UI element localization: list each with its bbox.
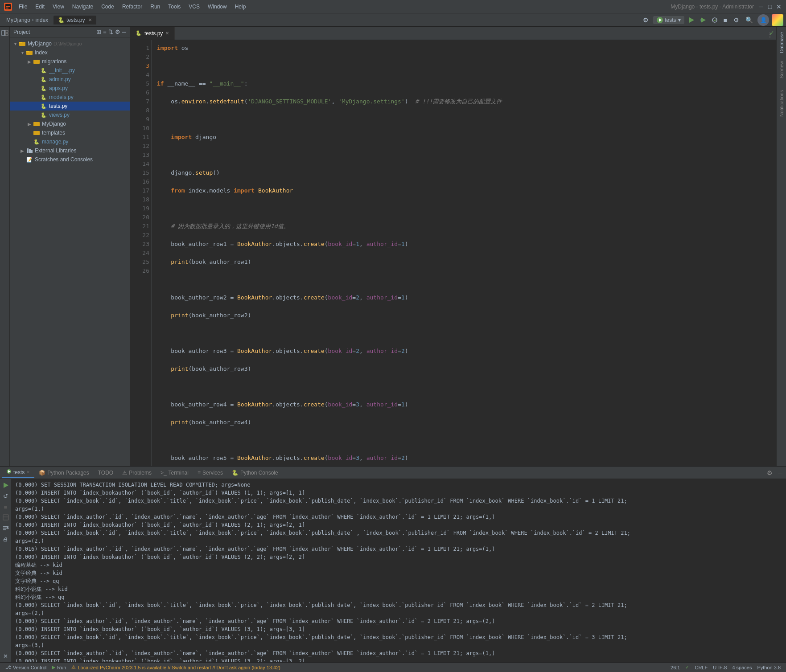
search-everywhere-icon[interactable]: 🔍 bbox=[744, 16, 755, 25]
git-status-icon[interactable]: ✓ bbox=[683, 664, 691, 670]
tree-item-manage[interactable]: 🐍 manage.py bbox=[10, 137, 130, 146]
stop-button[interactable]: ■ bbox=[722, 16, 729, 25]
menu-help[interactable]: Help bbox=[231, 2, 250, 11]
services-tab[interactable]: ≡ Services bbox=[193, 468, 227, 477]
run-green-button[interactable] bbox=[687, 16, 696, 25]
run-configuration[interactable]: tests ▾ bbox=[653, 16, 684, 24]
menu-code[interactable]: Code bbox=[98, 2, 118, 11]
run-status[interactable]: ▶ Run bbox=[50, 664, 68, 670]
line-col-status[interactable]: 26:1 bbox=[669, 665, 682, 670]
menu-navigate[interactable]: Navigate bbox=[69, 2, 97, 11]
hide-panel-icon[interactable]: ─ bbox=[122, 29, 126, 35]
run-tab[interactable]: tests ✕ bbox=[2, 467, 34, 478]
run-config-icon[interactable]: ⚙ bbox=[641, 16, 650, 25]
tree-item-scratches[interactable]: 📝 Scratches and Consoles bbox=[10, 155, 130, 164]
output-line-22: (0.000) SELECT `index_author`.`id`, `ind… bbox=[15, 649, 782, 657]
menu-window[interactable]: Window bbox=[204, 2, 230, 11]
python-console-icon: 🐍 bbox=[232, 470, 239, 476]
line-num-22: 22 bbox=[132, 231, 149, 240]
menu-file[interactable]: File bbox=[15, 2, 31, 11]
tree-item-views[interactable]: 🐍 views.py bbox=[10, 111, 130, 119]
tree-item-admin[interactable]: 🐍 admin.py bbox=[10, 75, 130, 84]
svg-rect-16 bbox=[33, 122, 40, 126]
minimize-button[interactable]: ─ bbox=[757, 3, 765, 10]
layout-icon[interactable]: ⊞ bbox=[96, 29, 101, 35]
maximize-button[interactable]: □ bbox=[766, 3, 774, 10]
settings-toolbar-icon[interactable]: ⚙ bbox=[732, 16, 741, 25]
todo-tab[interactable]: TODO bbox=[94, 468, 118, 477]
tree-item-apps[interactable]: 🐍 apps.py bbox=[10, 84, 130, 93]
python-console-tab[interactable]: 🐍 Python Console bbox=[227, 468, 283, 477]
settings-gear-icon[interactable]: ⚙ bbox=[115, 29, 120, 35]
line-num-11: 11 bbox=[132, 133, 149, 142]
todo-label: TODO bbox=[98, 470, 113, 476]
project-panel-toggle[interactable] bbox=[0, 29, 9, 37]
collapse-all-icon[interactable]: ≡ bbox=[103, 29, 107, 35]
tree-item-models[interactable]: 🐍 models.py bbox=[10, 93, 130, 102]
run-tab-close-icon[interactable]: ✕ bbox=[26, 470, 30, 475]
rerun-button[interactable]: ↺ bbox=[1, 492, 10, 500]
tree-item-tests[interactable]: 🐍 tests.py bbox=[10, 102, 130, 111]
line-num-23: 23 bbox=[132, 240, 149, 249]
bottom-panel-right: ⚙ ─ bbox=[765, 468, 784, 477]
manage-label: manage.py bbox=[42, 139, 68, 145]
tree-item-extlibs[interactable]: ▶ External Libraries bbox=[10, 146, 130, 155]
bottom-settings-icon[interactable]: ⚙ bbox=[765, 468, 774, 477]
editor-tab-close-icon[interactable]: ✕ bbox=[165, 31, 169, 36]
editor-tab-tests[interactable]: 🐍 tests.py ✕ bbox=[130, 27, 175, 40]
python-icon-tests: 🐍 bbox=[40, 102, 47, 110]
top-tabbar: MyDjango › index 🐍 tests.py ✕ ⚙ tests ▾ bbox=[0, 13, 786, 27]
menu-run[interactable]: Run bbox=[147, 2, 164, 11]
statusbar: ⎇ Version Control ▶ Run ⚠ Localized PyCh… bbox=[0, 662, 786, 672]
debug-button[interactable] bbox=[699, 16, 708, 25]
run-with-coverage-button[interactable] bbox=[710, 16, 719, 25]
sciview-panel-tab[interactable]: SciView bbox=[778, 57, 786, 82]
menu-view[interactable]: View bbox=[49, 2, 68, 11]
print-button[interactable]: 🖨 bbox=[1, 534, 10, 543]
python-icon-init: 🐍 bbox=[40, 67, 47, 74]
menu-edit[interactable]: Edit bbox=[32, 2, 48, 11]
menu-tools[interactable]: Tools bbox=[165, 2, 184, 11]
output-line-15: 科幻小说集 --> qq bbox=[15, 593, 782, 601]
code-line-20 bbox=[157, 382, 771, 391]
code-line-18: book_author_row3 = BookAuthor.objects.cr… bbox=[157, 347, 771, 356]
tree-item-mydj[interactable]: ▾ MyDjango D:\MyDjango bbox=[10, 39, 130, 48]
code-line-22: print(book_author_row4) bbox=[157, 418, 771, 427]
python-packages-tab[interactable]: 📦 Python Packages bbox=[34, 468, 93, 477]
menu-refactor[interactable]: Refactor bbox=[119, 2, 146, 11]
charset-status[interactable]: UTF-8 bbox=[711, 665, 728, 670]
notifications-panel-tab[interactable]: Notifications bbox=[778, 86, 786, 120]
user-account-icon[interactable]: 👤 bbox=[757, 14, 769, 26]
soft-wrap-button[interactable] bbox=[1, 524, 10, 533]
menu-vcs[interactable]: VCS bbox=[185, 2, 203, 11]
bottom-minimize-icon[interactable]: ─ bbox=[776, 468, 784, 477]
sort-icon[interactable]: ⇅ bbox=[108, 29, 113, 35]
tab-close-icon[interactable]: ✕ bbox=[88, 17, 92, 22]
tree-item-templates[interactable]: templates bbox=[10, 128, 130, 137]
encoding-status[interactable]: CRLF bbox=[693, 665, 709, 670]
version-control-status[interactable]: ⎇ Version Control bbox=[4, 664, 48, 670]
tests-tab-label: tests.py bbox=[66, 17, 85, 23]
problems-tab[interactable]: ⚠ Problems bbox=[118, 468, 156, 477]
code-line-11: # 因为数据批量录入的，这里外键使用1d值。 bbox=[157, 222, 771, 231]
vcs-icon: ⎇ bbox=[5, 664, 11, 670]
left-sidebar-tabs bbox=[0, 27, 10, 466]
indent-status[interactable]: 4 spaces bbox=[730, 665, 753, 670]
tree-item-mydjango-sub[interactable]: ▶ MyDjango bbox=[10, 119, 130, 128]
project-breadcrumb[interactable]: MyDjango › index bbox=[3, 16, 52, 25]
python-version-status[interactable]: Python 3.8 bbox=[755, 665, 782, 670]
code-area[interactable]: import os ▶if __name__ == "__main__": os… bbox=[152, 40, 776, 466]
project-header: Project ⊞ ≡ ⇅ ⚙ ─ bbox=[10, 27, 130, 37]
run-output[interactable]: (0.000) SET SESSION TRANSACTION ISOLATIO… bbox=[12, 479, 786, 662]
tree-item-init[interactable]: 🐍 __init__.py bbox=[10, 66, 130, 75]
output-line-21: args=(3,) bbox=[15, 641, 782, 649]
tree-item-index[interactable]: ▾ index bbox=[10, 48, 130, 57]
notification-area[interactable]: ⚠ Localized PyCharm 2023.1.5 is availabl… bbox=[70, 664, 282, 670]
close-button[interactable]: ✕ bbox=[775, 3, 782, 10]
tree-item-migrations[interactable]: ▶ migrations bbox=[10, 57, 130, 66]
database-panel-tab[interactable]: Database bbox=[778, 29, 786, 57]
close-run-button[interactable]: ✕ bbox=[1, 652, 10, 660]
terminal-tab[interactable]: >_ Terminal bbox=[156, 468, 193, 477]
tests-file-tab[interactable]: 🐍 tests.py ✕ bbox=[53, 16, 96, 25]
run-again-button[interactable] bbox=[1, 481, 10, 490]
